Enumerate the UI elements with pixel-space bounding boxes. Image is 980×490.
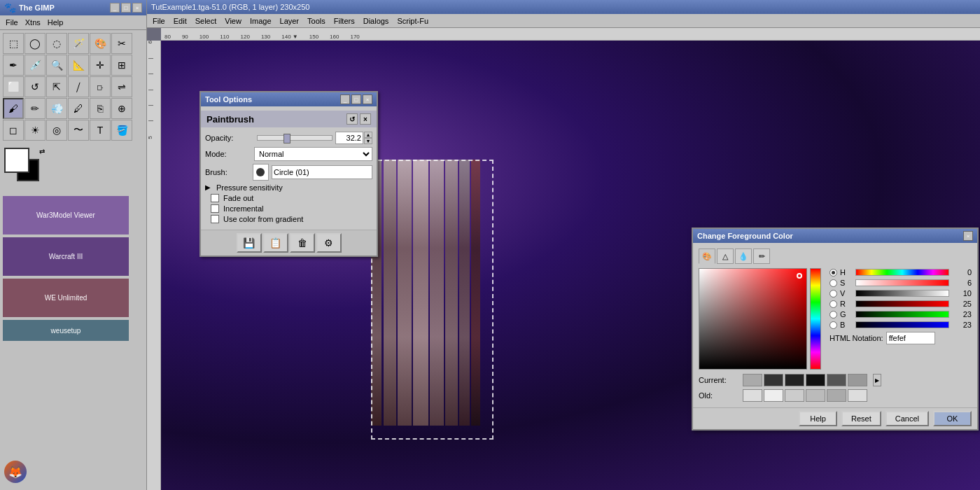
menu-file[interactable]: File <box>148 15 169 27</box>
tool-restore-btn[interactable]: ↺ <box>346 113 358 125</box>
opacity-input[interactable] <box>335 132 363 144</box>
restore-defaults-btn[interactable]: 📋 <box>263 233 288 253</box>
color-tab-triangle[interactable]: △ <box>717 248 734 264</box>
tool-options-close[interactable]: × <box>363 94 372 104</box>
menu-view[interactable]: View <box>220 15 246 27</box>
save-tool-preset-btn[interactable]: 💾 <box>237 233 262 253</box>
tool-perspective[interactable]: ⟥ <box>90 76 111 97</box>
gradient-color-checkbox[interactable] <box>211 215 219 223</box>
tool-options-minimize[interactable]: _ <box>340 94 350 104</box>
ok-button[interactable]: OK <box>933 411 972 426</box>
menu-tools[interactable]: Tools <box>303 15 330 27</box>
green-radio[interactable] <box>830 311 837 318</box>
tool-ink[interactable]: 🖊 <box>68 98 89 119</box>
tool-close-btn[interactable]: × <box>360 113 371 125</box>
old-swatch1[interactable] <box>743 389 762 402</box>
tool-clone[interactable]: ⎘ <box>90 98 111 119</box>
tool-align[interactable]: ⊞ <box>111 55 132 76</box>
foreground-color[interactable] <box>4 148 29 173</box>
menu-xtns[interactable]: Xtns <box>22 17 43 28</box>
brush-preview[interactable] <box>253 164 269 181</box>
opacity-down[interactable]: ▼ <box>364 138 372 144</box>
tool-move[interactable]: ✛ <box>90 55 111 76</box>
swatch-arrow[interactable]: ▶ <box>873 374 881 386</box>
swap-colors-icon[interactable]: ⇄ <box>39 148 45 155</box>
help-button[interactable]: Help <box>799 411 837 426</box>
brush-input[interactable] <box>272 165 372 179</box>
opacity-slider[interactable] <box>257 135 332 141</box>
hue-radio[interactable] <box>830 269 837 276</box>
tool-heal[interactable]: ⊕ <box>111 98 132 119</box>
tool-rotate[interactable]: ↺ <box>24 76 46 97</box>
menu-scriptfu[interactable]: Script-Fu <box>393 15 433 27</box>
opacity-up[interactable]: ▲ <box>364 132 372 138</box>
tool-zoom[interactable]: 🔍 <box>46 55 67 76</box>
minimize-btn[interactable]: _ <box>110 3 120 13</box>
tool-ellipse-select[interactable]: ◯ <box>24 33 46 54</box>
mode-select[interactable]: Normal Dissolve Multiply Screen <box>254 147 372 161</box>
tool-smudge[interactable]: 〜 <box>68 120 89 141</box>
swatch-gray1[interactable] <box>743 374 762 386</box>
tool-flip[interactable]: ⇌ <box>111 76 132 97</box>
menu-dialogs[interactable]: Dialogs <box>359 15 393 27</box>
tool-rect-select[interactable]: ⬚ <box>3 33 24 54</box>
close-btn[interactable]: × <box>132 3 142 13</box>
old-swatch3[interactable] <box>785 389 804 402</box>
tool-measure[interactable]: 📐 <box>68 55 89 76</box>
tool-pencil[interactable]: ✏ <box>24 98 46 119</box>
color-picker-square[interactable] <box>699 268 807 370</box>
val-slider[interactable] <box>855 290 949 297</box>
menu-layer[interactable]: Layer <box>276 15 304 27</box>
delete-tool-preset-btn[interactable]: 🗑 <box>290 233 315 253</box>
blue-radio[interactable] <box>830 321 837 329</box>
pressure-section-header[interactable]: ▶ Pressure sensitivity <box>205 183 372 192</box>
blue-slider[interactable] <box>855 321 949 328</box>
color-tab-wheel[interactable]: 🎨 <box>699 248 715 264</box>
tool-bucket[interactable]: 🪣 <box>111 120 132 141</box>
menu-edit[interactable]: Edit <box>169 15 191 27</box>
tool-scale[interactable]: ⇱ <box>46 76 67 97</box>
menu-filters[interactable]: Filters <box>330 15 359 27</box>
html-notation-input[interactable] <box>886 332 935 344</box>
tool-paintbrush[interactable]: 🖌 <box>3 98 24 119</box>
red-slider[interactable] <box>855 300 949 307</box>
tool-by-color[interactable]: 🎨 <box>90 33 111 54</box>
tool-crop[interactable]: ⬜ <box>3 76 24 97</box>
sat-radio[interactable] <box>830 279 837 287</box>
swatch-dark2[interactable] <box>785 374 804 386</box>
tool-color-picker[interactable]: 💉 <box>24 55 46 76</box>
firefox-icon[interactable]: 🦊 <box>4 461 27 483</box>
tool-airbrush[interactable]: 💨 <box>46 98 67 119</box>
fadeout-checkbox[interactable] <box>211 194 219 202</box>
tool-dodge[interactable]: ☀ <box>24 120 46 141</box>
tool-blur[interactable]: ◎ <box>46 120 67 141</box>
old-swatch2[interactable] <box>764 389 783 402</box>
cancel-button[interactable]: Cancel <box>886 411 929 426</box>
tool-free-select[interactable]: ◌ <box>46 33 67 54</box>
tool-scissors[interactable]: ✂ <box>111 33 132 54</box>
incremental-checkbox[interactable] <box>211 204 219 213</box>
tool-erase[interactable]: ◻ <box>3 120 24 141</box>
hue-slider[interactable] <box>855 269 949 276</box>
swatch-gray3[interactable] <box>848 374 867 386</box>
green-slider[interactable] <box>855 311 949 318</box>
menu-help[interactable]: Help <box>45 17 66 28</box>
swatch-dark1[interactable] <box>764 374 783 386</box>
color-tab-watercolor[interactable]: 💧 <box>735 248 752 264</box>
red-radio[interactable] <box>830 300 837 308</box>
color-tab-edit[interactable]: ✏ <box>753 248 770 264</box>
swatch-dark3[interactable] <box>806 374 825 386</box>
reset-button[interactable]: Reset <box>841 411 881 426</box>
swatch-gray2[interactable] <box>827 374 846 386</box>
menu-select[interactable]: Select <box>191 15 221 27</box>
hue-strip[interactable] <box>810 268 821 370</box>
old-swatch6[interactable] <box>848 389 867 402</box>
tool-paths[interactable]: ✒ <box>3 55 24 76</box>
menu-file[interactable]: File <box>3 17 21 28</box>
tool-text[interactable]: T <box>90 120 111 141</box>
menu-image[interactable]: Image <box>246 15 276 27</box>
opacity-thumb[interactable] <box>284 134 290 144</box>
color-dialog-close[interactable]: × <box>963 231 973 241</box>
sat-slider[interactable] <box>855 279 949 286</box>
old-swatch4[interactable] <box>806 389 825 402</box>
